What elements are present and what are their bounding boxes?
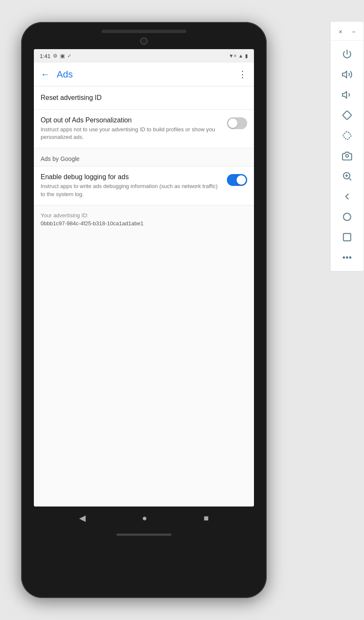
- zoom-in-icon[interactable]: [338, 167, 356, 185]
- ad-id-label: Your advertising ID:: [41, 212, 247, 219]
- more-panel-icon[interactable]: [338, 248, 356, 267]
- settings-status-icon: ⚙: [53, 53, 58, 59]
- debug-text: Enable debug logging for ads Instruct ap…: [41, 173, 222, 198]
- svg-rect-2: [342, 111, 351, 119]
- rotate-icon[interactable]: [338, 106, 356, 125]
- debug-toggle[interactable]: [227, 174, 247, 186]
- close-button[interactable]: ×: [336, 28, 345, 36]
- opt-out-title: Opt out of Ads Personalization: [41, 116, 222, 124]
- sim-status-icon: ▣: [60, 53, 65, 59]
- check-status-icon: ✓: [67, 53, 72, 59]
- svg-point-4: [346, 155, 349, 158]
- app-bar: ← Ads ⋮: [34, 63, 254, 86]
- signal-icon: ▲: [238, 53, 243, 59]
- status-right: ▼× ▲ ▮: [229, 53, 248, 59]
- back-nav-icon[interactable]: [338, 187, 356, 206]
- svg-line-6: [349, 178, 351, 180]
- status-time: 1:41: [40, 53, 50, 59]
- power-icon[interactable]: [338, 45, 356, 64]
- phone-bottom-bar: [116, 534, 171, 536]
- home-nav-icon[interactable]: [338, 208, 356, 226]
- side-panel-header: × −: [331, 26, 364, 41]
- screen-content: Reset advertising ID Opt out of Ads Pers…: [34, 86, 254, 507]
- reset-advertising-id-label: Reset advertising ID: [41, 94, 102, 101]
- advertising-id-section: Your advertising ID: 0bbb1c97-984c-4f25-…: [34, 205, 254, 233]
- page-title: Ads: [57, 69, 73, 80]
- opt-out-toggle[interactable]: [227, 117, 247, 129]
- opt-out-subtitle: Instruct apps not to use your advertisin…: [41, 126, 222, 141]
- svg-rect-10: [343, 233, 350, 241]
- opt-out-personalization-item[interactable]: Opt out of Ads Personalization Instruct …: [34, 110, 254, 148]
- phone-screen: 1:41 ⚙ ▣ ✓ ▼× ▲ ▮ ← Ads ⋮: [34, 49, 254, 507]
- opt-out-text: Opt out of Ads Personalization Instruct …: [41, 116, 222, 141]
- svg-point-11: [343, 257, 345, 258]
- rotate-alt-icon[interactable]: [338, 126, 356, 145]
- more-options-button[interactable]: ⋮: [238, 69, 247, 80]
- nav-home-button[interactable]: ●: [142, 513, 147, 523]
- nav-bar: ◀ ● ■: [34, 507, 254, 529]
- reset-advertising-id-item[interactable]: Reset advertising ID: [34, 86, 254, 110]
- wifi-icon: ▼×: [229, 53, 237, 59]
- debug-subtitle: Instruct apps to write ads debugging inf…: [41, 183, 222, 198]
- phone-device: 1:41 ⚙ ▣ ✓ ▼× ▲ ▮ ← Ads ⋮: [21, 22, 267, 598]
- recent-nav-icon[interactable]: [338, 228, 356, 246]
- toggle-knob-debug: [237, 175, 246, 185]
- ads-by-google-label: Ads by Google: [41, 155, 80, 162]
- status-left: 1:41 ⚙ ▣ ✓: [40, 53, 72, 59]
- debug-title: Enable debug logging for ads: [41, 173, 222, 181]
- page-container: 1:41 ⚙ ▣ ✓ ▼× ▲ ▮ ← Ads ⋮: [0, 0, 364, 620]
- phone-top-bar: [102, 30, 186, 33]
- volume-down-icon[interactable]: [338, 86, 356, 104]
- ads-by-google-section: Ads by Google: [34, 148, 254, 166]
- ad-id-value: 0bbb1c97-984c-4f25-b318-10ca1ad1abe1: [41, 220, 247, 227]
- svg-point-12: [346, 257, 347, 258]
- battery-icon: ▮: [245, 53, 248, 59]
- toggle-knob-opt-out: [228, 119, 237, 128]
- svg-marker-0: [342, 71, 347, 78]
- status-bar: 1:41 ⚙ ▣ ✓ ▼× ▲ ▮: [34, 49, 254, 63]
- debug-logging-item[interactable]: Enable debug logging for ads Instruct ap…: [34, 166, 254, 205]
- minimize-button[interactable]: −: [349, 28, 358, 36]
- screenshot-icon[interactable]: [338, 147, 356, 165]
- svg-rect-3: [342, 131, 351, 140]
- phone-camera: [140, 37, 148, 45]
- svg-point-9: [343, 213, 350, 220]
- back-button[interactable]: ←: [41, 69, 50, 80]
- nav-back-button[interactable]: ◀: [79, 513, 85, 523]
- app-bar-left: ← Ads: [41, 69, 73, 80]
- svg-point-13: [350, 257, 351, 258]
- side-panel: × −: [330, 21, 364, 271]
- volume-up-icon[interactable]: [338, 65, 356, 84]
- svg-marker-1: [342, 91, 347, 98]
- nav-recent-button[interactable]: ■: [204, 513, 209, 523]
